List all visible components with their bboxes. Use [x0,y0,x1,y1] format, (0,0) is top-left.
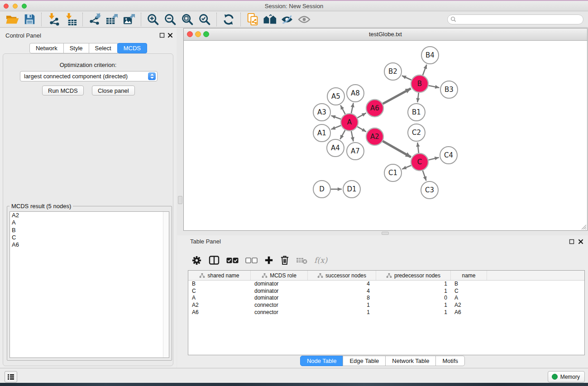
graph-node-B4[interactable]: B4 [421,47,439,64]
graph-node-B2[interactable]: B2 [384,63,402,80]
show-graphics-details-icon[interactable] [296,12,313,27]
close-panel-icon[interactable] [578,239,583,244]
graph-edge-C-C1[interactable] [402,166,411,169]
deselect-all-rows-icon[interactable] [245,257,258,263]
criterion-dropdown[interactable]: largest connected component (directed) [20,71,158,81]
select-all-rows-icon[interactable] [226,257,239,263]
graph-edge-C-C2[interactable] [417,143,419,153]
graph-edge-A-A3[interactable] [331,116,341,119]
memory-button[interactable]: Memory [548,371,585,382]
graph-node-A8[interactable]: A8 [347,85,364,102]
table-row[interactable]: Cdominator41C [188,288,584,295]
tab-node-table[interactable]: Node Table [300,356,344,366]
graph-node-C4[interactable]: C4 [440,147,457,164]
import-table-icon[interactable] [62,12,79,27]
tab-style[interactable]: Style [63,43,89,53]
graph-edge-A-A2[interactable] [357,127,366,132]
tab-network-table[interactable]: Network Table [385,356,436,366]
graph-node-A7[interactable]: A7 [347,143,364,160]
open-session-icon[interactable] [4,12,21,27]
scrollbar-track[interactable] [163,212,169,357]
network-canvas[interactable]: B4B2BB3A5A8A6A3AB1A1A2C2A4A7C4CC1C3DD1 [184,40,587,230]
graph-node-B[interactable]: B [411,75,428,92]
graph-node-D1[interactable]: D1 [343,181,360,198]
import-network-icon[interactable] [45,12,62,27]
graph-node-D[interactable]: D [313,181,330,198]
graph-edge-A6-B[interactable] [383,89,411,104]
mcds-result-item[interactable]: C [10,234,169,241]
graph-node-A6[interactable]: A6 [366,100,383,117]
graph-node-C[interactable]: C [411,153,428,171]
graph-edge-A-A5[interactable] [340,105,345,114]
divider-grip-icon[interactable] [178,196,182,204]
tab-mcds[interactable]: MCDS [117,43,147,53]
column-header-mcds-role[interactable]: MCDS role [251,271,308,280]
column-header-shared-name[interactable]: shared name [188,271,251,280]
graph-edge-A-A4[interactable] [340,130,345,139]
graph-node-A2[interactable]: A2 [366,128,383,145]
graph-edge-B-B3[interactable] [429,86,440,88]
split-divider-horizontal[interactable] [177,231,588,235]
function-builder-icon[interactable]: f(x) [314,256,327,265]
close-panel-icon[interactable] [167,33,173,38]
mcds-result-item[interactable]: A [10,219,169,226]
graph-node-A3[interactable]: A3 [313,104,330,121]
graph-node-C1[interactable]: C1 [384,164,402,181]
divider-grip-icon[interactable] [382,232,389,235]
graph-node-A1[interactable]: A1 [313,124,330,142]
add-column-icon[interactable] [264,256,273,265]
graph-edge-A2-C[interactable] [382,141,411,157]
graph-edge-B-B4[interactable] [423,65,427,76]
float-panel-icon[interactable] [569,239,574,244]
graph-node-C3[interactable]: C3 [421,181,438,199]
graph-node-C2[interactable]: C2 [408,124,425,141]
neighborhood-icon[interactable] [261,12,278,27]
mcds-result-list[interactable]: A2ABCA6 [10,211,169,358]
mcds-result-item[interactable]: B [10,227,169,234]
graph-edge-B-B1[interactable] [417,93,418,102]
graph-node-B3[interactable]: B3 [440,81,458,98]
search-input[interactable] [456,16,583,23]
tab-select[interactable]: Select [89,43,118,53]
graph-edge-A-A6[interactable] [358,113,366,118]
search-box[interactable] [447,14,583,24]
refresh-icon[interactable] [220,12,237,27]
zoom-out-icon[interactable] [162,12,179,27]
column-header-name[interactable]: name [451,271,487,280]
delete-table-icon[interactable] [296,257,307,264]
zoom-fit-icon[interactable] [179,12,196,27]
table-row[interactable]: A2connector11A2 [188,302,584,309]
task-history-icon[interactable] [5,371,17,382]
graph-node-A4[interactable]: A4 [327,139,344,157]
export-image-icon[interactable] [120,12,138,27]
graph-edge-A-A1[interactable] [331,125,341,129]
hide-graphics-details-icon[interactable] [278,12,296,27]
graph-node-A[interactable]: A [341,114,358,131]
graph-edge-C-C3[interactable] [423,171,426,181]
graph-node-A5[interactable]: A5 [327,88,344,105]
column-header-successor-nodes[interactable]: successor nodes [308,271,376,280]
table-row[interactable]: A6connector11A6 [188,309,584,316]
mcds-result-item[interactable]: A2 [10,212,169,219]
graph-edge-A-A7[interactable] [351,131,354,142]
export-table-icon[interactable] [103,12,120,27]
float-panel-icon[interactable] [159,33,165,38]
mcds-result-item[interactable]: A6 [10,241,169,248]
tab-network[interactable]: Network [29,43,64,53]
run-mcds-button[interactable]: Run MCDS [42,86,84,95]
table-row[interactable]: Bdominator41B [188,281,584,288]
export-network-icon[interactable] [86,12,103,27]
table-settings-icon[interactable] [191,255,202,266]
zoom-in-icon[interactable] [144,12,162,27]
network-window-titlebar[interactable]: testGlobe.txt [184,29,587,41]
clone-network-icon[interactable] [244,12,261,27]
tab-motifs[interactable]: Motifs [435,356,465,366]
delete-columns-icon[interactable] [280,255,289,265]
table-row[interactable]: Adominator80A [188,295,584,302]
graph-edge-B-B2[interactable] [402,76,411,80]
zoom-selected-icon[interactable] [196,12,213,27]
toggle-columns-icon[interactable] [209,255,220,265]
resize-grip-icon[interactable] [581,224,587,230]
close-panel-button[interactable]: Close panel [92,86,135,95]
graph-edge-A-A8[interactable] [351,103,354,114]
